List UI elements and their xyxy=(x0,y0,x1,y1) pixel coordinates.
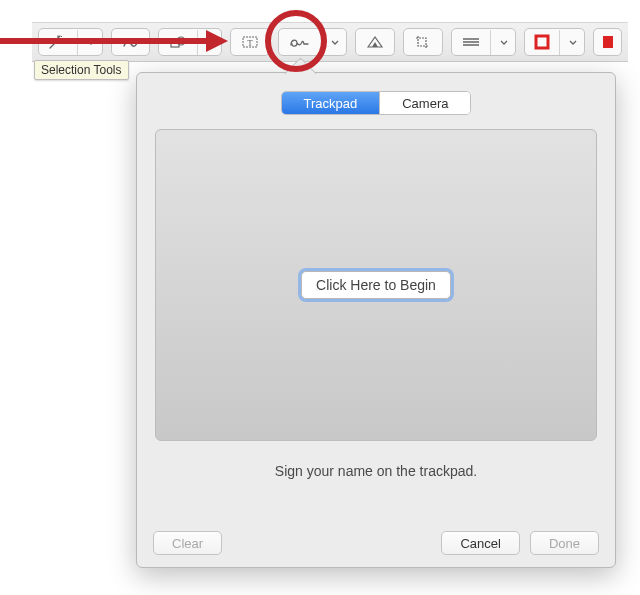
sign-icon[interactable] xyxy=(279,29,321,55)
done-button[interactable]: Done xyxy=(530,531,599,555)
crop-icon[interactable] xyxy=(403,28,443,56)
selection-wand-icon[interactable] xyxy=(39,29,77,55)
begin-button[interactable]: Click Here to Begin xyxy=(301,271,451,299)
cancel-button[interactable]: Cancel xyxy=(441,531,519,555)
chevron-down-icon[interactable] xyxy=(77,30,103,56)
signature-source-tabs: Trackpad Camera xyxy=(281,91,472,115)
signature-hint: Sign your name on the trackpad. xyxy=(137,441,615,497)
chevron-down-icon[interactable] xyxy=(559,30,585,56)
clear-button[interactable]: Clear xyxy=(153,531,222,555)
svg-rect-4 xyxy=(536,36,548,48)
text-icon[interactable]: T xyxy=(230,28,270,56)
tab-camera[interactable]: Camera xyxy=(379,92,470,114)
draw-tool-group[interactable] xyxy=(111,28,150,56)
draw-icon[interactable] xyxy=(112,29,150,55)
line-style-icon[interactable] xyxy=(452,29,490,55)
svg-point-1 xyxy=(177,37,185,45)
signature-popover: Trackpad Camera Click Here to Begin Sign… xyxy=(136,72,616,568)
line-style-group[interactable] xyxy=(451,28,516,56)
tooltip-selection-tools: Selection Tools xyxy=(34,60,129,80)
sign-tool-group[interactable] xyxy=(278,28,347,56)
tab-trackpad[interactable]: Trackpad xyxy=(282,92,380,114)
chevron-down-icon[interactable] xyxy=(490,30,516,56)
border-color-group[interactable] xyxy=(524,28,585,56)
fill-color-icon[interactable] xyxy=(594,29,622,55)
adjust-color-icon[interactable] xyxy=(355,28,395,56)
svg-text:T: T xyxy=(248,38,254,48)
selection-tool-group[interactable] xyxy=(38,28,103,56)
popover-footer: Clear Cancel Done xyxy=(137,531,615,555)
border-color-icon[interactable] xyxy=(525,29,559,55)
signature-canvas[interactable]: Click Here to Begin xyxy=(155,129,597,441)
chevron-down-icon[interactable] xyxy=(197,30,223,56)
svg-rect-5 xyxy=(603,36,613,48)
fill-color-group[interactable] xyxy=(593,28,622,56)
tooltip-text: Selection Tools xyxy=(41,63,122,77)
shapes-icon[interactable] xyxy=(159,29,197,55)
chevron-down-icon[interactable] xyxy=(321,30,347,56)
segmented-control-wrap: Trackpad Camera xyxy=(137,73,615,129)
markup-toolbar: T xyxy=(32,22,628,62)
shape-tool-group[interactable] xyxy=(158,28,223,56)
